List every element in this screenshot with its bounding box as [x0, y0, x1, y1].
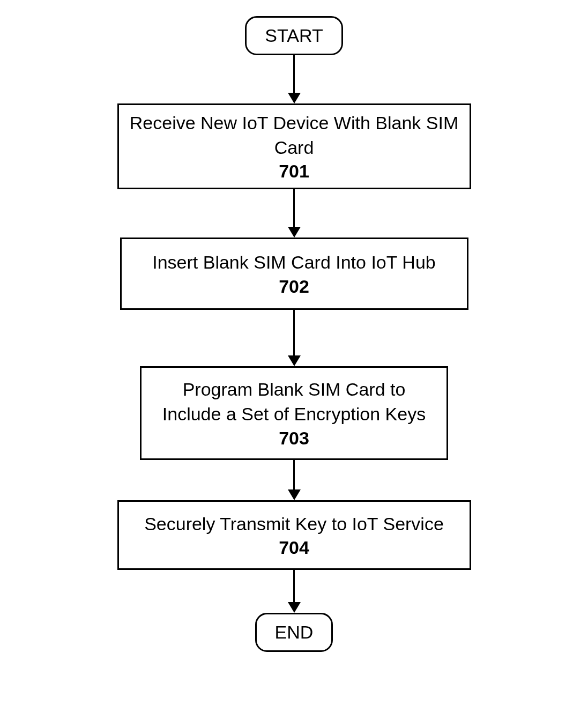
step-701-num: 701 [279, 161, 309, 182]
step-701-text: Receive New IoT Device With Blank SIM Ca… [130, 111, 459, 160]
step-702: Insert Blank SIM Card Into IoT Hub 702 [120, 238, 468, 310]
arrow-701-to-702 [288, 189, 301, 238]
arrow-703-to-704 [288, 460, 301, 500]
arrow-start-to-701 [288, 55, 301, 103]
step-704: Securely Transmit Key to IoT Service 704 [117, 500, 471, 570]
flowchart: START Receive New IoT Device With Blank … [117, 16, 471, 652]
step-703-num: 703 [279, 428, 309, 449]
step-703-text: Program Blank SIM Card to Include a Set … [152, 377, 436, 427]
end-label: END [275, 622, 314, 642]
start-terminal: START [245, 16, 343, 55]
step-703: Program Blank SIM Card to Include a Set … [140, 366, 448, 460]
step-704-text: Securely Transmit Key to IoT Service [144, 512, 444, 537]
step-701: Receive New IoT Device With Blank SIM Ca… [117, 103, 471, 189]
arrow-702-to-703 [288, 310, 301, 366]
step-702-num: 702 [279, 276, 309, 297]
arrow-704-to-end [288, 570, 301, 613]
start-label: START [265, 25, 323, 46]
step-704-num: 704 [279, 537, 309, 558]
end-terminal: END [255, 613, 333, 652]
step-702-text: Insert Blank SIM Card Into IoT Hub [152, 250, 436, 275]
